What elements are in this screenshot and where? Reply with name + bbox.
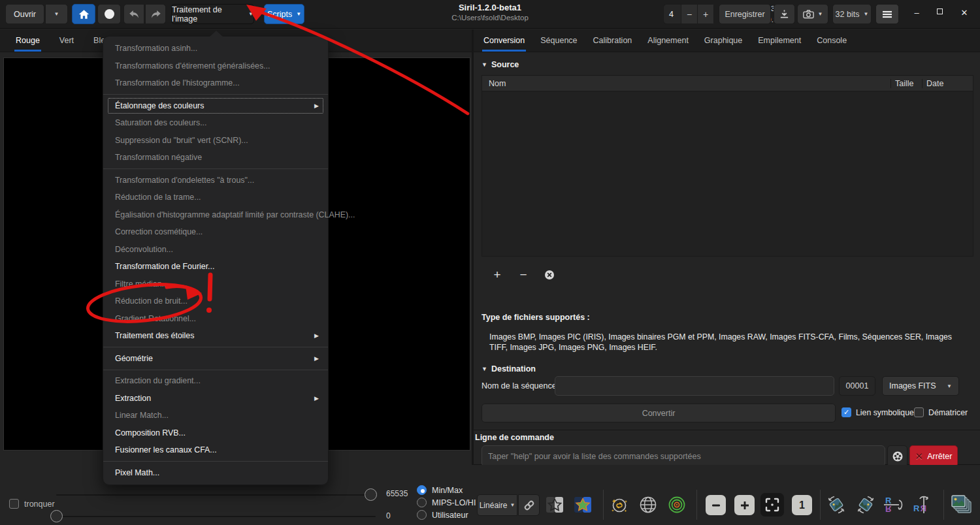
radio-min/max[interactable]: Min/Max — [417, 485, 476, 495]
tab-alignement[interactable]: Alignement — [646, 29, 690, 52]
threads-value[interactable]: 4 — [664, 5, 681, 24]
menu-item[interactable]: Fusionner les canaux CFA... — [103, 441, 328, 459]
menu-item[interactable]: Extraction▶ — [103, 390, 328, 407]
convert-button[interactable]: Convertir — [482, 404, 836, 422]
photometry-target-button[interactable] — [666, 494, 687, 516]
command-helper-button[interactable] — [887, 445, 907, 467]
menu-item[interactable]: Suppression du "bruit" vert (SCNR)... — [103, 132, 328, 150]
sequence-frames-button[interactable] — [949, 494, 974, 516]
menu-item[interactable]: Transformation de Fourier... — [103, 258, 328, 276]
truncate-checkbox[interactable]: tronquer — [9, 499, 55, 509]
bit-depth-dropdown[interactable]: 32 bits ▼ — [832, 4, 872, 24]
debayer-checkbox[interactable]: Dématricer — [914, 407, 968, 417]
low-cutoff-slider-track[interactable] — [56, 516, 376, 517]
menu-item[interactable]: Linear Match... — [103, 407, 328, 424]
rotate-cw-button[interactable] — [855, 494, 876, 516]
low-cutoff-slider-handle[interactable] — [50, 510, 63, 522]
menu-item[interactable]: Géométrie▶ — [103, 350, 328, 368]
main-menu-button[interactable] — [875, 4, 899, 24]
menu-item[interactable]: Saturation des couleurs... — [103, 114, 328, 132]
threads-increment-button[interactable]: + — [697, 5, 713, 24]
clear-list-button[interactable] — [539, 266, 560, 284]
menu-item[interactable]: Traitement des étoiles▶ — [103, 327, 328, 345]
column-size[interactable]: Taille — [890, 79, 922, 88]
source-file-table[interactable]: Nom Taille Date — [482, 75, 973, 257]
menu-item[interactable]: Transformation d'ondelettes "à trous"... — [103, 172, 328, 189]
menu-item[interactable]: Extraction du gradient... — [103, 372, 328, 390]
threads-decrement-button[interactable]: − — [681, 5, 697, 24]
background-extraction-toggle[interactable] — [544, 494, 565, 516]
scale-mode-dropdown[interactable]: Linéaire ▼ — [477, 494, 517, 516]
astrometry-button[interactable] — [609, 494, 630, 516]
menu-item[interactable]: Transformations d'étirement généralisées… — [103, 57, 328, 75]
symbolic-link-checkbox[interactable]: ✓ Lien symbolique — [841, 407, 914, 417]
menu-item[interactable]: Réduction de la trame... — [103, 189, 328, 206]
flip-vertical-button[interactable]: R R — [882, 494, 907, 516]
tab-rouge[interactable]: Rouge — [14, 29, 41, 52]
menu-item[interactable]: Transformation asinh... — [103, 40, 328, 57]
zoom-one-button[interactable]: 1 — [792, 495, 812, 515]
zoom-in-button[interactable] — [734, 495, 755, 515]
star-detection-toggle[interactable] — [572, 494, 593, 516]
menu-item[interactable]: Correction cosmétique... — [103, 223, 328, 241]
save-button[interactable]: Enregistrer — [719, 4, 771, 24]
tab-vert[interactable]: Vert — [58, 29, 75, 52]
menu-item[interactable]: Transformation négative — [103, 149, 328, 167]
column-date[interactable]: Date — [922, 79, 973, 88]
menu-item[interactable]: Transformation de l'histogramme... — [103, 74, 328, 92]
menu-item[interactable]: Égalisation d'histogramme adaptatif limi… — [103, 206, 328, 224]
menu-item[interactable]: Étalonnage des couleurs▶ — [103, 97, 328, 115]
zoom-out-button[interactable] — [706, 495, 726, 515]
remove-files-button[interactable]: − — [513, 266, 534, 284]
caret-down-icon: ▼ — [296, 11, 301, 17]
home-button[interactable] — [72, 4, 95, 24]
column-name[interactable]: Nom — [482, 79, 890, 88]
close-button[interactable]: ✕ — [958, 8, 971, 18]
tab-séquence[interactable]: Séquence — [539, 29, 578, 52]
rotate-ccw-button[interactable] — [826, 494, 847, 516]
menu-item[interactable]: Déconvolution... — [103, 241, 328, 259]
tab-conversion[interactable]: Conversion — [482, 29, 526, 52]
submenu-arrow-icon: ▶ — [314, 355, 319, 362]
zoom-in-icon — [740, 501, 749, 510]
scripts-menubutton[interactable]: Scripts ▼ — [264, 4, 304, 24]
source-expander[interactable]: ▼ Source — [482, 60, 519, 69]
menu-item[interactable]: Gradient Rotationnel... — [103, 310, 328, 328]
tab-label: Conversion — [483, 36, 525, 45]
tab-empilement[interactable]: Empilement — [757, 29, 802, 52]
annotations-globe-button[interactable] — [638, 494, 659, 516]
output-format-dropdown[interactable]: Images FITS ▼ — [882, 376, 959, 396]
radio-utilisateur[interactable]: Utilisateur — [417, 510, 476, 520]
sequence-counter-value[interactable]: 00001 — [839, 376, 875, 396]
stop-button[interactable]: ✕ Arrêter — [909, 445, 958, 467]
high-cutoff-slider-handle[interactable] — [365, 488, 377, 501]
menu-item[interactable]: Composition RVB... — [103, 424, 328, 442]
open-options-button[interactable]: ▼ — [45, 4, 68, 24]
undo-button[interactable] — [123, 4, 144, 24]
record-button[interactable] — [97, 4, 121, 24]
restore-button[interactable] — [933, 7, 946, 16]
menu-item[interactable]: Réduction de bruit... — [103, 293, 328, 310]
tab-graphique[interactable]: Graphique — [703, 29, 743, 52]
menu-item[interactable]: Filtre médian... — [103, 276, 328, 293]
zoom-fit-button[interactable] — [760, 493, 784, 517]
clear-list-icon — [544, 270, 555, 280]
sequence-name-input[interactable] — [555, 376, 834, 396]
command-input[interactable] — [482, 445, 885, 467]
flip-horizontal-button[interactable]: R R — [911, 494, 936, 516]
menu-item[interactable]: Pixel Math... — [103, 464, 328, 482]
tab-console[interactable]: Console — [815, 29, 848, 52]
tab-calibration[interactable]: Calibration — [592, 29, 634, 52]
destination-expander[interactable]: ▼ Destination — [482, 364, 536, 374]
save-as-button[interactable] — [774, 4, 795, 24]
high-cutoff-slider-track[interactable] — [56, 494, 374, 496]
radio-mips-lo/hi[interactable]: MIPS-LO/HI — [417, 498, 476, 507]
link-channels-button[interactable] — [518, 494, 540, 516]
redo-button[interactable] — [145, 4, 166, 24]
add-files-button[interactable]: + — [487, 266, 508, 284]
image-processing-menubutton[interactable]: Traitement de l'image ▼ — [171, 4, 254, 24]
stop-button-label: Arrêter — [927, 452, 952, 461]
open-button[interactable]: Ouvrir — [5, 4, 44, 24]
minimize-button[interactable]: – — [910, 8, 923, 18]
snapshot-button[interactable]: ▼ — [797, 4, 828, 24]
